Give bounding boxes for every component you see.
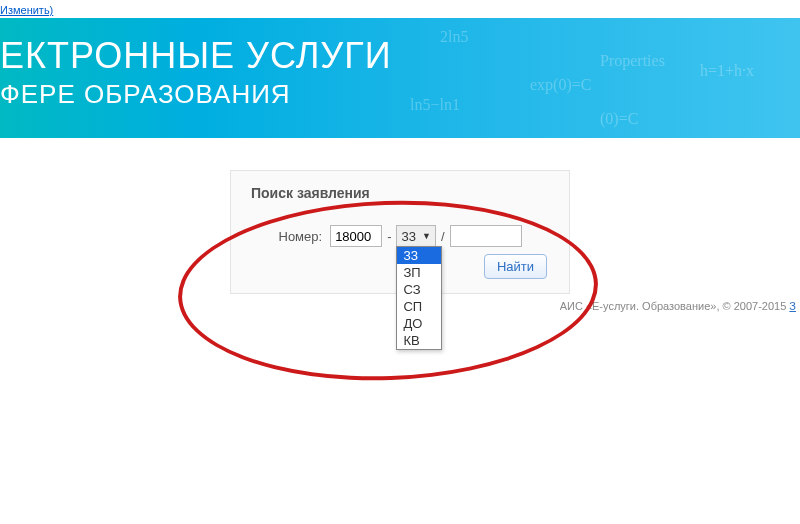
content-area: Поиск заявления Номер: - 33 ▼ 33 ЗП СЗ С… xyxy=(0,138,800,294)
dropdown-option[interactable]: ЗП xyxy=(397,264,441,281)
footer-text: АИС «Е-услуги. Образование», © 2007-2015 xyxy=(560,300,790,312)
formula-text: (0)=C xyxy=(600,110,638,128)
top-link-bar: Изменить) xyxy=(0,0,800,18)
banner-subtitle: ФЕРЕ ОБРАЗОВАНИЯ xyxy=(0,80,800,109)
number-row: Номер: - 33 ▼ 33 ЗП СЗ СП ДО КВ / xyxy=(251,225,549,247)
number-input-1[interactable] xyxy=(330,225,382,247)
dropdown-option[interactable]: СП xyxy=(397,298,441,315)
dropdown-option[interactable]: СЗ xyxy=(397,281,441,298)
code-dropdown: 33 ЗП СЗ СП ДО КВ xyxy=(396,246,442,350)
change-link[interactable]: Изменить) xyxy=(0,4,53,16)
dropdown-option[interactable]: ДО xyxy=(397,315,441,332)
dropdown-option[interactable]: 33 xyxy=(397,247,441,264)
search-panel: Поиск заявления Номер: - 33 ▼ 33 ЗП СЗ С… xyxy=(230,170,570,294)
panel-title: Поиск заявления xyxy=(251,185,549,201)
code-select[interactable]: 33 ▼ xyxy=(396,225,435,247)
dropdown-option[interactable]: КВ xyxy=(397,332,441,349)
number-input-2[interactable] xyxy=(450,225,522,247)
find-button[interactable]: Найти xyxy=(484,254,547,279)
separator-dash: - xyxy=(386,229,392,244)
code-select-wrap: 33 ▼ 33 ЗП СЗ СП ДО КВ xyxy=(396,225,435,247)
code-select-value: 33 xyxy=(401,229,415,244)
separator-slash: / xyxy=(440,229,446,244)
footer-link[interactable]: З xyxy=(789,300,796,312)
banner-title: ЕКТРОННЫЕ УСЛУГИ xyxy=(0,36,800,76)
number-label: Номер: xyxy=(279,229,323,244)
chevron-down-icon: ▼ xyxy=(422,231,431,241)
banner: ЕКТРОННЫЕ УСЛУГИ ФЕРЕ ОБРАЗОВАНИЯ 2ln5 P… xyxy=(0,18,800,138)
